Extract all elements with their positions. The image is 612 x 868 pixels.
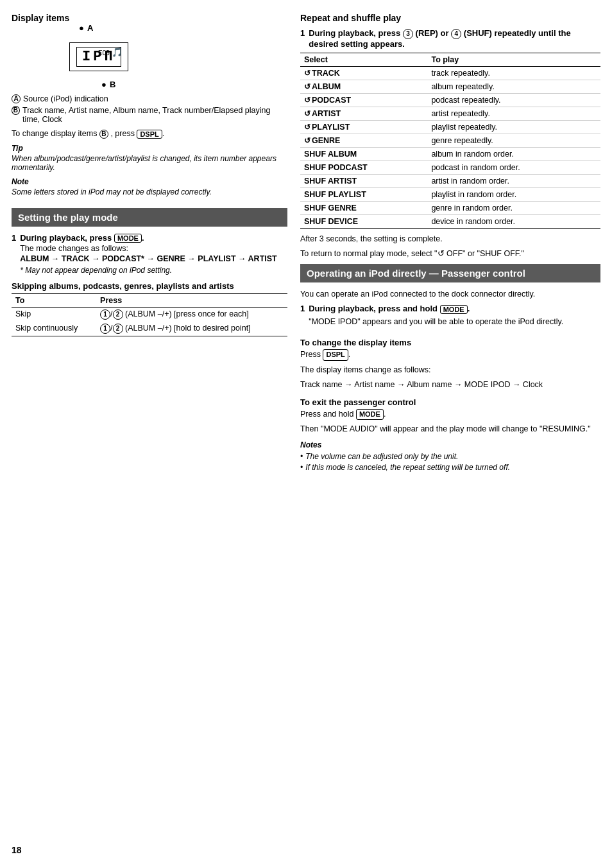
passenger-step1-text: "MODE IPOD" appears and you will be able…	[309, 317, 600, 328]
tip-label: Tip	[12, 144, 287, 153]
note-text: If this mode is canceled, the repeat set…	[305, 463, 510, 472]
skip-table-row: Skip 1/2 (ALBUM –/+) [press once for eac…	[12, 308, 287, 322]
repeat-step1: 1 During playback, press 3 (REP) or 4 (S…	[300, 28, 600, 49]
repeat-step1-content: During playback, press 3 (REP) or 4 (SHU…	[309, 28, 600, 49]
diagram-side-info: E03 🎵	[98, 47, 123, 57]
repeat-to-play: album repeatedly.	[427, 80, 600, 93]
exit-title: To exit the passenger control	[300, 397, 600, 407]
repeat-to-play: playlist in random order.	[427, 187, 600, 201]
repeat-icon: ↺	[304, 82, 310, 91]
repeat-col-select: Select	[300, 53, 427, 66]
passenger-intro: You can operate an iPod connected to the…	[300, 289, 600, 300]
note-text: Some letters stored in iPod may not be d…	[12, 187, 287, 196]
exit-text1: Press and hold MODE.	[300, 409, 600, 421]
repeat-col-to-play: To play	[427, 53, 600, 66]
mode-button: MODE	[114, 234, 142, 243]
passenger-mode-button: MODE	[440, 305, 468, 314]
repeat-select: SHUF ARTIST	[300, 174, 427, 187]
change-text-after: , press	[110, 129, 135, 138]
label-b-letter: B	[110, 80, 115, 89]
circle-1: 1	[100, 324, 110, 334]
repeat-table-row: ↺GENRE genre repeatedly.	[300, 134, 600, 147]
repeat-to-play: genre in random order.	[427, 201, 600, 214]
change-circle-b: B	[99, 130, 108, 139]
note-item: •The volume can be adjusted only by the …	[300, 452, 600, 461]
change-display-title: To change the display items	[300, 338, 600, 347]
repeat-table-row: SHUF ALBUM album in random order.	[300, 147, 600, 161]
passenger-step1-bold: During playback, press and hold	[309, 304, 438, 313]
repeat-select: ↺PODCAST	[300, 93, 427, 107]
change-display-sequence: Track name → Artist name → Album name → …	[300, 379, 600, 391]
repeat-step1-text-rep: (REP) or	[416, 28, 449, 38]
repeat-shuffle-title: Repeat and shuffle play	[300, 13, 600, 23]
repeat-table-row: ↺PODCAST podcast repeatedly.	[300, 93, 600, 107]
repeat-icon: ↺	[304, 96, 310, 105]
repeat-table-row: ↺ARTIST artist repeatedly.	[300, 107, 600, 120]
repeat-select: ↺ARTIST	[300, 107, 427, 120]
repeat-select: ↺PLAYLIST	[300, 120, 427, 134]
step1-text-before: During playback, press	[20, 233, 112, 243]
note-text: The volume can be adjusted only by the u…	[305, 452, 458, 461]
display-diagram: ΙΡΠ E03 🎵	[69, 42, 128, 71]
step1-asterisk: * May not appear depending on iPod setti…	[20, 266, 287, 275]
repeat-table-row: SHUF DEVICE device in random order.	[300, 214, 600, 228]
note-item: •If this mode is canceled, the repeat se…	[300, 463, 600, 472]
tip-text: When album/podcast/genre/artist/playlist…	[12, 154, 287, 172]
repeat-icon: ↺	[304, 123, 310, 132]
skip-table-row: Skip continuously 1/2 (ALBUM –/+) [hold …	[12, 322, 287, 336]
repeat-to-play: album in random order.	[427, 147, 600, 161]
repeat-table-row: ↺ALBUM album repeatedly.	[300, 80, 600, 93]
after-table1: After 3 seconds, the setting is complete…	[300, 234, 600, 245]
repeat-to-play: artist repeatedly.	[427, 107, 600, 120]
exit-text1-label: Press and hold	[300, 410, 353, 419]
repeat-select: ↺GENRE	[300, 134, 427, 147]
skip-to: Skip	[12, 308, 96, 322]
label-a-marker: ●	[79, 23, 84, 33]
repeat-select: SHUF DEVICE	[300, 214, 427, 228]
repeat-icon: ↺	[304, 109, 310, 118]
after-table2: To return to normal play mode, select "↺…	[300, 248, 600, 260]
repeat-select: SHUF PLAYLIST	[300, 187, 427, 201]
skip-press: 1/2 (ALBUM –/+) [press once for each]	[96, 308, 287, 322]
repeat-icon: ↺	[304, 136, 310, 145]
dspl-button-right: DSPL	[323, 349, 348, 360]
passenger-step1-num: 1	[300, 304, 305, 331]
label-a-letter: A	[87, 23, 93, 33]
passenger-step1: 1 During playback, press and hold MODE. …	[300, 304, 600, 331]
step1-content: During playback, press MODE. The mode ch…	[20, 233, 287, 275]
change-display-row: Press DSPL.	[300, 349, 600, 361]
repeat-table-row: SHUF ARTIST artist in random order.	[300, 174, 600, 187]
col-press: Press	[96, 294, 287, 308]
repeat-select: ↺ALBUM	[300, 80, 427, 93]
page-number: 18	[12, 845, 22, 855]
label-b-marker: ●	[101, 80, 106, 89]
repeat-select: SHUF GENRE	[300, 201, 427, 214]
repeat-table-row: SHUF PLAYLIST playlist in random order.	[300, 187, 600, 201]
change-display-row: To change display items B , press DSPL.	[12, 129, 287, 139]
change-display-text2: The display items change as follows:	[300, 365, 600, 376]
repeat-select: SHUF PODCAST	[300, 161, 427, 174]
repeat-to-play: artist in random order.	[427, 174, 600, 187]
circle-4: 4	[451, 29, 461, 39]
repeat-select: SHUF ALBUM	[300, 147, 427, 161]
bullet-a-row: A Source (iPod) indication	[12, 94, 287, 103]
repeat-table: Select To play ↺TRACK track repeatedly. …	[300, 53, 600, 229]
exit-mode-button: MODE	[356, 409, 384, 420]
circle-3: 3	[403, 29, 413, 39]
repeat-to-play: playlist repeatedly.	[427, 120, 600, 134]
repeat-to-play: genre repeatedly.	[427, 134, 600, 147]
passenger-control-bar: Operating an iPod directly — Passenger c…	[300, 264, 600, 282]
notes-label: Notes	[300, 440, 600, 449]
repeat-icon: ↺	[304, 69, 310, 78]
repeat-to-play: device in random order.	[427, 214, 600, 228]
skip-table: To Press Skip 1/2 (ALBUM –/+) [press onc…	[12, 293, 287, 336]
step1-sequence: ALBUM → TRACK → PODCAST* → GENRE → PLAYL…	[20, 254, 287, 263]
passenger-step1-content: During playback, press and hold MODE. "M…	[309, 304, 600, 331]
repeat-to-play: track repeatedly.	[427, 66, 600, 80]
repeat-to-play: podcast in random order.	[427, 161, 600, 174]
setting-play-mode-bar: Setting the play mode	[12, 208, 287, 227]
diagram-e03: E03	[98, 49, 110, 56]
step1-num: 1	[12, 233, 16, 275]
bullet-a-text: Source (iPod) indication	[23, 94, 108, 103]
skip-to: Skip continuously	[12, 322, 96, 336]
